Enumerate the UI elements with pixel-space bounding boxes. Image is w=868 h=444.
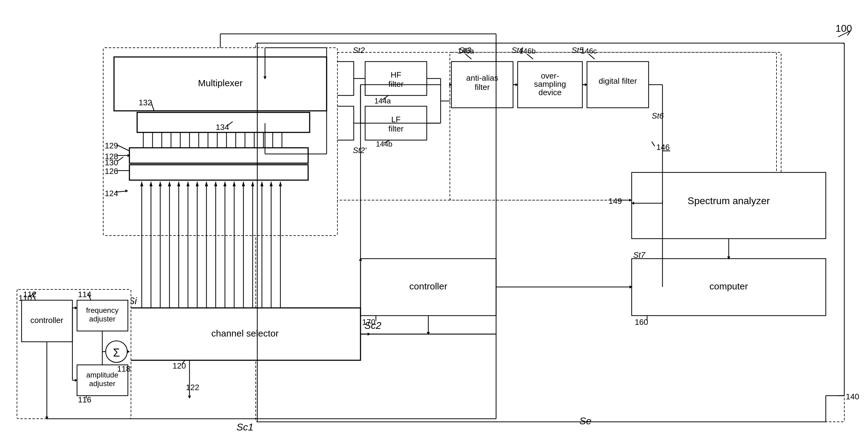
- digital-filter-label1: digital filter: [599, 76, 637, 86]
- controller-right-label: controller: [409, 281, 447, 291]
- lf-filter-label2: filter: [388, 124, 403, 133]
- lf-filter-label1: LF: [391, 115, 401, 124]
- multiplexer-label: Multiplexer: [198, 78, 243, 88]
- oversampling-label2: sampling: [534, 79, 566, 89]
- ref-116: 116: [78, 395, 91, 404]
- ref-146b: 146b: [519, 47, 535, 55]
- ref-120: 120: [173, 361, 186, 370]
- sc2-label: Sc2: [364, 320, 381, 331]
- ref-122: 122: [186, 383, 199, 392]
- hf-filter-label2: filter: [388, 79, 403, 89]
- oversampling-label1: over-: [541, 71, 559, 80]
- sigma-label: Σ: [113, 346, 120, 359]
- st7-label: St7: [633, 250, 646, 260]
- ref-114: 114: [78, 290, 91, 299]
- channel-selector-label: channel selector: [211, 328, 279, 338]
- ref-132: 132: [139, 98, 152, 107]
- se-label: Se: [579, 415, 591, 426]
- ref-118: 118: [117, 364, 130, 374]
- svg-marker-102: [188, 396, 191, 399]
- component-129: [129, 148, 308, 163]
- ref-134: 134: [216, 123, 229, 132]
- anti-alias-label2: filter: [474, 82, 490, 92]
- freq-adjuster-label2: adjuster: [89, 315, 115, 323]
- spectrum-analyzer-label: Spectrum analyzer: [688, 195, 770, 206]
- anti-alias-label1: anti-alias: [466, 73, 498, 82]
- ref-146: 146: [656, 143, 670, 152]
- ref-124: 124: [105, 189, 118, 198]
- st2p-label: St2': [353, 146, 367, 155]
- amp-adjuster-label2: adjuster: [89, 379, 115, 388]
- st6-label: St6: [652, 111, 664, 121]
- ref-144b: 144b: [376, 140, 392, 148]
- component-126: [129, 165, 308, 180]
- ref-160: 160: [635, 317, 648, 327]
- ref-149: 149: [609, 197, 622, 206]
- ref-128: 128: [105, 152, 118, 161]
- sc1-label: Sc1: [236, 421, 253, 433]
- ref-146c: 146c: [581, 47, 597, 55]
- computer-label: computer: [709, 281, 748, 291]
- ref-126: 126: [105, 167, 118, 176]
- diagram-container: 100 140 St1 St2 SW1 SW2 HF amplifier 142…: [0, 0, 868, 444]
- ref-129: 129: [105, 141, 118, 150]
- ref-146a: 146a: [458, 47, 474, 55]
- ref-144a: 144a: [374, 97, 391, 105]
- freq-adjuster-label1: frequency: [86, 306, 118, 314]
- st2-label: St2: [353, 45, 365, 55]
- amp-adjuster-label1: amplitude: [86, 371, 118, 379]
- left-controller-label: controller: [31, 316, 63, 325]
- hf-filter-label1: HF: [391, 70, 402, 79]
- oversampling-label3: device: [538, 88, 561, 97]
- ref-140: 140: [846, 392, 859, 401]
